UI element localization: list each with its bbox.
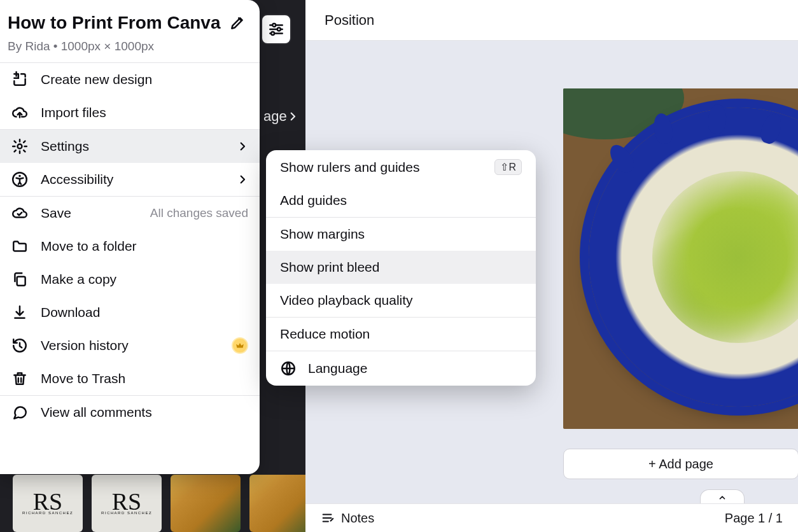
pencil-icon (229, 15, 246, 31)
thumbnail-3[interactable] (171, 475, 241, 532)
menu-accessibility[interactable]: Accessibility (0, 163, 260, 196)
chevron-right-icon (237, 141, 248, 152)
shortcut-badge: ⇧R (494, 159, 522, 175)
submenu-show-bleed[interactable]: Show print bleed (266, 251, 536, 284)
svg-point-6 (18, 144, 22, 149)
svg-point-5 (271, 32, 274, 35)
menu-save[interactable]: Save All changes saved (0, 197, 260, 230)
position-button[interactable]: Position (325, 12, 374, 29)
adjustments-button[interactable] (261, 14, 291, 45)
submenu-language[interactable]: Language (266, 351, 536, 386)
submenu-label: Add guides (280, 193, 347, 208)
menu-view-comments[interactable]: View all comments (0, 396, 260, 429)
menu-move-trash[interactable]: Move to Trash (0, 362, 260, 395)
page-chip-label: age (263, 108, 287, 125)
settings-submenu: Show rulers and guides ⇧R Add guides Sho… (266, 150, 536, 386)
notes-label: Notes (341, 511, 374, 526)
cloud-upload-icon (11, 104, 28, 121)
download-icon (11, 304, 28, 321)
globe-icon (280, 360, 297, 377)
menu-label: Make a copy (41, 272, 116, 287)
thumb-name: RICHARD SANCHEZ (22, 511, 73, 515)
create-icon (11, 71, 28, 88)
notes-icon (321, 511, 335, 525)
svg-point-1 (272, 24, 276, 27)
submenu-label: Video playback quality (280, 293, 413, 308)
svg-rect-9 (17, 277, 25, 286)
menu-label: Move to a folder (41, 239, 137, 254)
edit-title-button[interactable] (229, 15, 246, 31)
chevron-right-icon (237, 174, 248, 185)
menu-label: Version history (41, 338, 129, 353)
chevron-right-icon (287, 111, 298, 122)
trash-icon (11, 370, 28, 387)
menu-label: Download (41, 305, 100, 320)
svg-point-8 (18, 175, 20, 177)
save-status: All changes saved (150, 206, 248, 220)
thumbnail-2[interactable]: RS RICHARD SANCHEZ (92, 475, 162, 532)
menu-create-design[interactable]: Create new design (0, 63, 260, 96)
history-icon (11, 337, 28, 354)
cloud-check-icon (11, 205, 28, 221)
menu-label: Settings (41, 139, 89, 154)
file-menu: How to Print From Canva By Rida • 1000px… (0, 0, 260, 474)
menu-make-copy[interactable]: Make a copy (0, 263, 260, 296)
submenu-label: Language (308, 361, 367, 376)
thumb-monogram: RS (33, 492, 62, 511)
page-counter: Page 1 / 1 (725, 511, 783, 526)
submenu-label: Show margins (280, 227, 365, 242)
menu-label: View all comments (41, 405, 152, 420)
page-chip[interactable]: age (263, 108, 298, 125)
crown-icon (235, 341, 244, 350)
submenu-rulers[interactable]: Show rulers and guides ⇧R (266, 150, 536, 184)
menu-label: Accessibility (41, 172, 113, 187)
add-page-label: + Add page (648, 457, 713, 472)
menu-download[interactable]: Download (0, 296, 260, 329)
copy-icon (11, 271, 28, 288)
submenu-label: Show rulers and guides (280, 160, 419, 175)
doc-title: How to Print From Canva (8, 13, 220, 33)
sliders-icon (268, 21, 284, 38)
menu-label: Move to Trash (41, 371, 125, 386)
menu-import-files[interactable]: Import files (0, 96, 260, 129)
expand-pages-tab[interactable] (700, 489, 745, 505)
canvas-image[interactable] (563, 88, 798, 429)
menu-move-folder[interactable]: Move to a folder (0, 230, 260, 263)
premium-badge (232, 337, 248, 354)
menu-label: Import files (41, 105, 106, 120)
submenu-video-quality[interactable]: Video playback quality (266, 284, 536, 317)
menu-label: Create new design (41, 72, 152, 87)
top-toolbar: Position (305, 0, 798, 41)
menu-settings[interactable]: Settings (0, 130, 260, 163)
menu-label: Save (41, 206, 71, 221)
submenu-label: Reduce motion (280, 326, 370, 342)
gear-icon (11, 138, 28, 155)
accessibility-icon (11, 171, 28, 188)
page-thumbnails: RS RICHARD SANCHEZ RS RICHARD SANCHEZ (13, 468, 305, 532)
submenu-show-margins[interactable]: Show margins (266, 218, 536, 251)
bottom-bar: Notes Page 1 / 1 (305, 503, 798, 532)
menu-version-history[interactable]: Version history (0, 329, 260, 362)
folder-icon (11, 238, 28, 255)
svg-point-3 (277, 28, 281, 31)
add-page-button[interactable]: + Add page (563, 449, 798, 479)
thumbnail-4[interactable] (249, 475, 305, 532)
submenu-add-guides[interactable]: Add guides (266, 184, 536, 217)
chevron-up-icon (717, 493, 728, 502)
thumbnail-1[interactable]: RS RICHARD SANCHEZ (13, 475, 83, 532)
submenu-reduce-motion[interactable]: Reduce motion (266, 318, 536, 351)
submenu-label: Show print bleed (280, 260, 379, 275)
notes-button[interactable]: Notes (321, 511, 374, 526)
doc-meta: By Rida • 1000px × 1000px (8, 39, 248, 53)
comment-icon (11, 404, 28, 421)
